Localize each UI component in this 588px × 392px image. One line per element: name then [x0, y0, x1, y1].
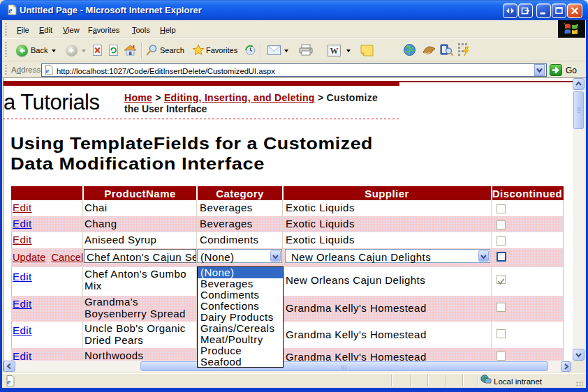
svg-text:W: W	[330, 46, 338, 56]
svg-text:e: e	[46, 67, 50, 75]
svg-text:e: e	[7, 377, 10, 386]
svg-text:e: e	[8, 6, 13, 15]
